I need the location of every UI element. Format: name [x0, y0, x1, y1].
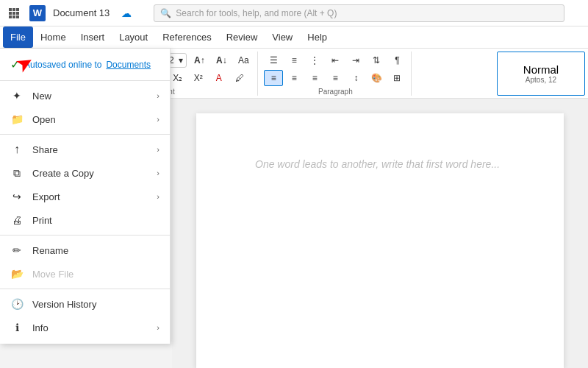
version-history-icon: 🕑: [10, 297, 24, 311]
style-name: Normal: [523, 63, 559, 76]
share-label: Share: [32, 144, 58, 155]
align-center-button[interactable]: ≡: [284, 70, 304, 86]
superscript-button[interactable]: X²: [189, 70, 208, 86]
autosave-icon: ✓: [10, 57, 20, 71]
menu-item-create-copy[interactable]: ⧉ Create a Copy ›: [0, 161, 170, 185]
create-copy-chevron-icon: ›: [157, 169, 159, 177]
menu-item-share[interactable]: ↑ Share ›: [0, 138, 170, 161]
font-color-button[interactable]: A: [209, 70, 229, 86]
increase-font-button[interactable]: A↑: [190, 52, 209, 68]
document-page[interactable]: One word leads to another, write that fi…: [196, 113, 564, 368]
menu-insert[interactable]: Insert: [74, 26, 112, 48]
menu-item-open[interactable]: 📁 Open ›: [0, 107, 170, 131]
menu-divider-3: [0, 235, 170, 236]
document-placeholder: One word leads to another, write that fi…: [255, 158, 500, 170]
apps-icon[interactable]: [9, 8, 19, 18]
menu-home[interactable]: Home: [33, 26, 74, 48]
export-icon: ↪: [10, 190, 24, 203]
show-paragraph-button[interactable]: ¶: [387, 52, 406, 68]
align-left-button[interactable]: ≡: [264, 70, 283, 86]
info-icon: ℹ: [10, 321, 24, 334]
move-file-label: Move File: [32, 269, 74, 280]
version-history-label: Version History: [32, 299, 96, 310]
export-label: Export: [32, 191, 60, 202]
multilevel-list-button[interactable]: ⋮: [305, 52, 324, 68]
rename-icon: ✏: [10, 244, 24, 257]
autosave-text: Autosaved online to: [24, 60, 101, 70]
menu-bar: File Home Insert Layout References Revie…: [0, 26, 588, 49]
menu-view[interactable]: View: [265, 26, 300, 48]
menu-review[interactable]: Review: [219, 26, 265, 48]
menu-item-info[interactable]: ℹ Info ›: [0, 316, 170, 339]
create-copy-label: Create a Copy: [32, 168, 94, 179]
style-subtitle: Aptos, 12: [526, 76, 556, 84]
menu-divider-1: [0, 80, 170, 81]
title-bar: W Document 13 ☁ 🔍 Search for tools, help…: [0, 0, 588, 26]
sort-button[interactable]: ⇅: [367, 52, 386, 68]
menu-layout[interactable]: Layout: [112, 26, 155, 48]
share-chevron-icon: ›: [157, 145, 159, 154]
menu-divider-4: [0, 289, 170, 289]
menu-item-rename[interactable]: ✏ Rename: [0, 238, 170, 262]
info-label: Info: [32, 322, 49, 333]
info-chevron-icon: ›: [157, 323, 159, 332]
decrease-font-button[interactable]: A↓: [212, 52, 231, 68]
app-logo: W: [29, 5, 46, 21]
menu-file[interactable]: File: [3, 26, 33, 48]
document-title: Document 13: [53, 7, 110, 18]
new-chevron-icon: ›: [157, 91, 159, 100]
line-spacing-button[interactable]: ↕: [346, 70, 365, 86]
menu-item-print[interactable]: 🖨 Print: [0, 208, 170, 232]
ribbon-group-paragraph: ☰ ≡ ⋮ ⇤ ⇥ ⇅ ¶ ≡ ≡ ≡ ≡ ↕ 🎨 ⊞ Paragraph: [259, 52, 412, 96]
numbering-button[interactable]: ≡: [284, 52, 304, 68]
search-bar[interactable]: 🔍 Search for tools, help, and more (Alt …: [154, 4, 564, 22]
new-icon: ✦: [10, 89, 24, 102]
menu-item-export[interactable]: ↪ Export ›: [0, 185, 170, 208]
menu-references[interactable]: References: [155, 26, 218, 48]
increase-indent-button[interactable]: ⇥: [346, 52, 365, 68]
print-icon: 🖨: [10, 213, 24, 227]
open-icon: 📁: [10, 113, 24, 126]
menu-item-move-file: 📂 Move File: [0, 262, 170, 286]
create-copy-icon: ⧉: [10, 166, 24, 180]
document-area: One word leads to another, write that fi…: [172, 99, 588, 368]
paragraph-label: Paragraph: [318, 88, 353, 96]
cloud-sync-icon: ☁: [121, 7, 132, 19]
bullets-button[interactable]: ☰: [264, 52, 283, 68]
style-normal-box[interactable]: Normal Aptos, 12: [497, 52, 585, 96]
word-icon: W: [29, 5, 46, 21]
rename-label: Rename: [32, 245, 68, 256]
share-icon: ↑: [10, 143, 24, 156]
change-case-button[interactable]: Aa: [234, 52, 253, 68]
search-placeholder: Search for tools, help, and more (Alt + …: [176, 8, 337, 18]
open-label: Open: [32, 114, 56, 125]
open-chevron-icon: ›: [157, 115, 159, 124]
new-label: New: [32, 91, 51, 102]
menu-help[interactable]: Help: [300, 26, 334, 48]
align-right-button[interactable]: ≡: [305, 70, 324, 86]
menu-divider-2: [0, 134, 170, 135]
highlight-button[interactable]: 🖊: [230, 70, 249, 86]
export-chevron-icon: ›: [157, 192, 159, 201]
menu-item-new[interactable]: ✦ New ›: [0, 84, 170, 107]
print-label: Print: [32, 215, 52, 226]
subscript-button[interactable]: X₂: [168, 70, 187, 86]
borders-button[interactable]: ⊞: [387, 70, 406, 86]
move-file-icon: 📂: [10, 267, 24, 280]
file-menu-dropdown: ✓ Autosaved online to Documents ✦ New › …: [0, 49, 171, 344]
justify-button[interactable]: ≡: [326, 70, 345, 86]
menu-item-version-history[interactable]: 🕑 Version History: [0, 292, 170, 316]
decrease-indent-button[interactable]: ⇤: [326, 52, 345, 68]
search-icon: 🔍: [160, 8, 171, 18]
autosave-header: ✓ Autosaved online to Documents: [0, 53, 170, 77]
documents-link[interactable]: Documents: [106, 60, 151, 70]
shading-button[interactable]: 🎨: [367, 70, 386, 86]
